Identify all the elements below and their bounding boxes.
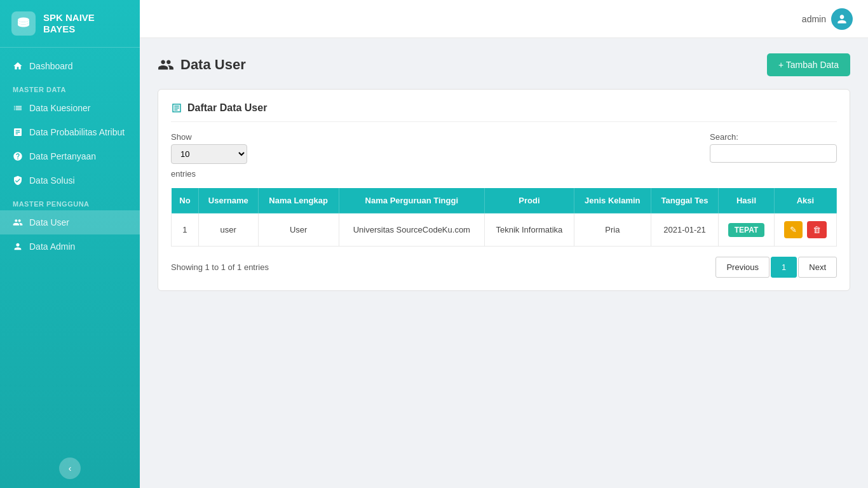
sidebar: SPK NAIVEBAYES Dashboard MASTER DATA Dat… bbox=[0, 0, 140, 488]
cell-username: user bbox=[198, 214, 258, 247]
data-card: Daftar Data User Show 10 25 50 100 entri… bbox=[158, 89, 850, 291]
page-1-button[interactable]: 1 bbox=[771, 257, 797, 278]
sidebar-item-dashboard[interactable]: Dashboard bbox=[0, 54, 140, 78]
card-title-text: Daftar Data User bbox=[187, 102, 267, 114]
next-button[interactable]: Next bbox=[798, 257, 837, 278]
edit-button[interactable]: ✎ bbox=[784, 221, 803, 238]
master-pengguna-label: MASTER PENGGUNA bbox=[0, 193, 140, 210]
cell-jenis-kelamin: Pria bbox=[574, 214, 651, 247]
users-icon bbox=[13, 217, 23, 227]
page-title: Data User bbox=[158, 57, 246, 73]
sidebar-item-data-pertanyaan[interactable]: Data Pertanyaan bbox=[0, 144, 140, 168]
show-entries-select[interactable]: 10 25 50 100 bbox=[171, 144, 247, 164]
table-row: 1 user User Universitas SourceCodeKu.com… bbox=[172, 214, 837, 247]
pagination-info: Showing 1 to 1 of 1 entries bbox=[171, 262, 269, 272]
app-logo-icon bbox=[11, 11, 36, 36]
show-label: Show bbox=[171, 132, 247, 142]
hasil-badge: TEPAT bbox=[728, 223, 765, 237]
cell-nama-perguruan: Universitas SourceCodeKu.com bbox=[339, 214, 485, 247]
sidebar-item-data-admin[interactable]: Data Admin bbox=[0, 234, 140, 259]
topbar-username: admin bbox=[802, 14, 826, 24]
col-hasil: Hasil bbox=[719, 188, 775, 214]
entries-text: entries bbox=[171, 169, 247, 179]
col-tanggal-tes: Tanggal Tes bbox=[651, 188, 718, 214]
col-nama-perguruan: Nama Perguruan Tinggi bbox=[339, 188, 485, 214]
avatar bbox=[831, 8, 853, 30]
sidebar-toggle-area: ‹ bbox=[0, 449, 140, 488]
page-title-text: Data User bbox=[180, 57, 246, 73]
topbar: admin bbox=[140, 0, 868, 38]
col-nama-lengkap: Nama Lengkap bbox=[258, 188, 339, 214]
topbar-user: admin bbox=[802, 8, 853, 30]
delete-button[interactable]: 🗑 bbox=[807, 221, 827, 238]
home-icon bbox=[13, 61, 23, 71]
sidebar-collapse-button[interactable]: ‹ bbox=[59, 458, 81, 479]
admin-icon bbox=[13, 241, 23, 252]
list-icon bbox=[13, 103, 23, 113]
sidebar-navigation: Dashboard MASTER DATA Data Kuesioner Dat… bbox=[0, 48, 140, 449]
svg-point-0 bbox=[18, 18, 29, 22]
search-input[interactable] bbox=[710, 144, 837, 163]
chart-icon bbox=[13, 127, 23, 137]
col-prodi: Prodi bbox=[485, 188, 574, 214]
database-icon bbox=[16, 16, 31, 31]
card-header: Daftar Data User bbox=[171, 102, 837, 122]
cell-no: 1 bbox=[172, 214, 199, 247]
pagination-area: Showing 1 to 1 of 1 entries Previous 1 N… bbox=[171, 257, 837, 278]
sidebar-item-data-solusi[interactable]: Data Solusi bbox=[0, 168, 140, 193]
pagination-buttons: Previous 1 Next bbox=[715, 257, 837, 278]
col-jenis-kelamin: Jenis Kelamin bbox=[574, 188, 651, 214]
col-no: No bbox=[172, 188, 199, 214]
solution-icon bbox=[13, 175, 23, 186]
data-user-page-icon bbox=[158, 57, 174, 73]
sidebar-logo: SPK NAIVEBAYES bbox=[0, 0, 140, 48]
main-content: admin Data User + Tambah Data Daftar Dat… bbox=[140, 0, 868, 488]
cell-hasil: TEPAT bbox=[719, 214, 775, 247]
master-data-label: MASTER DATA bbox=[0, 78, 140, 96]
sidebar-item-data-probabilitas[interactable]: Data Probabilitas Atribut bbox=[0, 120, 140, 144]
table-icon bbox=[171, 102, 182, 114]
col-username: Username bbox=[198, 188, 258, 214]
app-title: SPK NAIVEBAYES bbox=[43, 12, 95, 35]
cell-tanggal-tes: 2021-01-21 bbox=[651, 214, 718, 247]
sidebar-item-data-user[interactable]: Data User bbox=[0, 210, 140, 234]
table-controls: Show 10 25 50 100 entries Search: bbox=[171, 132, 837, 179]
search-label: Search: bbox=[710, 132, 837, 142]
col-aksi: Aksi bbox=[774, 188, 836, 214]
page-content: Data User + Tambah Data Daftar Data User… bbox=[140, 38, 868, 488]
cell-nama-lengkap: User bbox=[258, 214, 339, 247]
search-box: Search: bbox=[710, 132, 837, 163]
sidebar-item-data-kuesioner[interactable]: Data Kuesioner bbox=[0, 96, 140, 120]
cell-aksi: ✎ 🗑 bbox=[774, 214, 836, 247]
table-header-row: No Username Nama Lengkap Nama Perguruan … bbox=[172, 188, 837, 214]
add-data-button[interactable]: + Tambah Data bbox=[767, 53, 850, 76]
previous-button[interactable]: Previous bbox=[715, 257, 770, 278]
user-avatar-icon bbox=[836, 13, 848, 25]
show-entries-control: Show 10 25 50 100 entries bbox=[171, 132, 247, 179]
page-header: Data User + Tambah Data bbox=[158, 53, 850, 76]
question-icon bbox=[13, 151, 23, 161]
data-table: No Username Nama Lengkap Nama Perguruan … bbox=[171, 187, 837, 247]
cell-prodi: Teknik Informatika bbox=[485, 214, 574, 247]
